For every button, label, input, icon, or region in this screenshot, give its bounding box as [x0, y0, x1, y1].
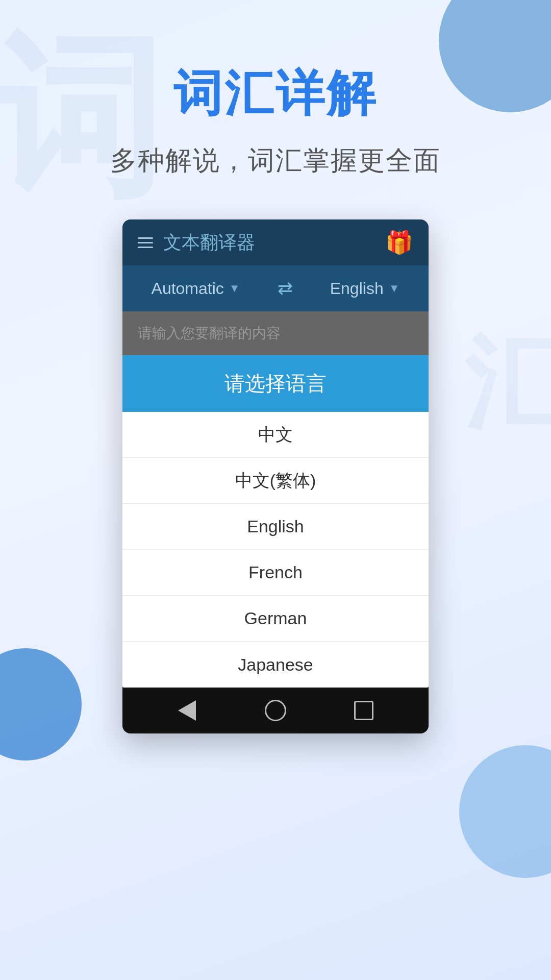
- source-lang-dropdown-icon: ▼: [229, 282, 240, 295]
- gift-icon[interactable]: 🎁: [385, 229, 413, 256]
- main-title: 词汇详解: [173, 61, 378, 128]
- app-topbar: 文本翻译器 🎁: [122, 219, 429, 265]
- recents-icon: [354, 701, 373, 720]
- page-content: 词汇详解 多种解说，词汇掌握更全面 文本翻译器 🎁 Automatic ▼ ⇄: [0, 0, 551, 733]
- back-button[interactable]: [174, 698, 200, 723]
- home-icon: [265, 700, 286, 721]
- dialog-language-item-0[interactable]: 中文: [122, 412, 429, 458]
- home-button[interactable]: [263, 698, 288, 723]
- dialog-language-item-4[interactable]: German: [122, 596, 429, 642]
- dialog-language-item-2[interactable]: English: [122, 504, 429, 550]
- lang-bar: Automatic ▼ ⇄ English ▼: [122, 265, 429, 311]
- translation-input-area[interactable]: 请输入您要翻译的内容: [122, 311, 429, 355]
- language-selection-dialog: 请选择语言 中文中文(繁体)EnglishFrenchGermanJapanes…: [122, 355, 429, 688]
- dialog-header: 请选择语言: [122, 355, 429, 412]
- dialog-language-item-label-5: Japanese: [238, 655, 313, 675]
- dialog-language-item-label-3: French: [248, 562, 303, 582]
- bg-circle-bottom-right: [459, 745, 551, 878]
- hamburger-line-2: [138, 242, 153, 243]
- dialog-language-item-5[interactable]: Japanese: [122, 642, 429, 688]
- hamburger-line-3: [138, 247, 153, 248]
- dialog-language-item-label-1: 中文(繁体): [235, 469, 316, 493]
- dialog-language-item-label-4: German: [244, 608, 307, 628]
- dialog-language-item-label-0: 中文: [258, 423, 293, 447]
- app-mockup: 文本翻译器 🎁 Automatic ▼ ⇄ English ▼ 请输入您要翻译的…: [122, 219, 429, 733]
- dialog-box: 请选择语言 中文中文(繁体)EnglishFrenchGermanJapanes…: [122, 355, 429, 688]
- dialog-language-item-1[interactable]: 中文(繁体): [122, 458, 429, 504]
- swap-languages-icon[interactable]: ⇄: [278, 278, 293, 299]
- bottom-nav-bar: [122, 688, 429, 733]
- app-topbar-left: 文本翻译器: [138, 230, 255, 255]
- hamburger-line-1: [138, 237, 153, 239]
- dialog-title: 请选择语言: [224, 372, 327, 395]
- back-icon: [178, 700, 196, 721]
- input-placeholder-text: 请输入您要翻译的内容: [138, 325, 281, 341]
- target-language-label: English: [330, 279, 384, 298]
- hamburger-menu-icon[interactable]: [138, 237, 153, 248]
- sub-title: 多种解说，词汇掌握更全面: [110, 143, 441, 179]
- dialog-language-list: 中文中文(繁体)EnglishFrenchGermanJapanese: [122, 412, 429, 688]
- app-title: 文本翻译器: [163, 230, 255, 255]
- recents-button[interactable]: [351, 698, 377, 723]
- dialog-language-item-label-2: English: [247, 517, 304, 536]
- target-lang-dropdown-icon: ▼: [389, 282, 400, 295]
- source-language-selector[interactable]: Automatic ▼: [152, 279, 240, 298]
- source-language-label: Automatic: [152, 279, 224, 298]
- target-language-selector[interactable]: English ▼: [330, 279, 400, 298]
- dialog-language-item-3[interactable]: French: [122, 550, 429, 596]
